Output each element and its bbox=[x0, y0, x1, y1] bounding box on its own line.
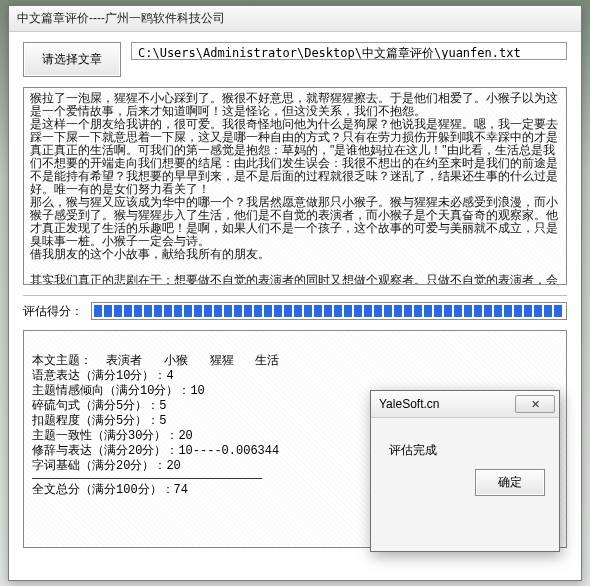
divider bbox=[23, 295, 567, 296]
dialog-close-button[interactable]: ✕ bbox=[515, 395, 555, 413]
progress-segment bbox=[554, 305, 562, 317]
progress-segment bbox=[324, 305, 332, 317]
progress-segment bbox=[284, 305, 292, 317]
progress-segment bbox=[404, 305, 412, 317]
progress-segment bbox=[164, 305, 172, 317]
close-icon: ✕ bbox=[531, 398, 540, 411]
window-title: 中文篇章评价----广州一鸥软件科技公司 bbox=[17, 11, 225, 25]
progress-segment bbox=[374, 305, 382, 317]
progress-segment bbox=[334, 305, 342, 317]
dialog-ok-button[interactable]: 确定 bbox=[475, 469, 545, 496]
progress-segment bbox=[114, 305, 122, 317]
progress-segment bbox=[124, 305, 132, 317]
progress-segment bbox=[394, 305, 402, 317]
progress-segment bbox=[154, 305, 162, 317]
window-titlebar: 中文篇章评价----广州一鸥软件科技公司 bbox=[9, 6, 581, 32]
choose-article-button[interactable]: 请选择文章 bbox=[23, 42, 121, 77]
progress-segment bbox=[384, 305, 392, 317]
progress-segment bbox=[414, 305, 422, 317]
progress-segment bbox=[214, 305, 222, 317]
dialog-title: YaleSoft.cn bbox=[379, 397, 439, 411]
score-label: 评估得分： bbox=[23, 303, 83, 320]
progress-segment bbox=[104, 305, 112, 317]
progress-segment bbox=[184, 305, 192, 317]
progress-segment bbox=[144, 305, 152, 317]
progress-segment bbox=[344, 305, 352, 317]
progress-segment bbox=[474, 305, 482, 317]
progress-segment bbox=[254, 305, 262, 317]
message-dialog: YaleSoft.cn ✕ 评估完成 确定 bbox=[370, 390, 560, 552]
progress-segment bbox=[174, 305, 182, 317]
results-divider bbox=[32, 478, 262, 479]
article-textarea[interactable]: 猴拉了一泡屎，猩猩不小心踩到了。猴很不好意思，就帮猩猩擦去。于是他们相爱了。小猴… bbox=[23, 87, 567, 285]
top-row: 请选择文章 C:\Users\Administrator\Desktop\中文篇… bbox=[23, 42, 567, 77]
progress-segment bbox=[94, 305, 102, 317]
progress-segment bbox=[454, 305, 462, 317]
score-progressbar bbox=[91, 302, 567, 320]
progress-segment bbox=[364, 305, 372, 317]
progress-segment bbox=[234, 305, 242, 317]
dialog-actions: 确定 bbox=[371, 469, 559, 508]
progress-segment bbox=[294, 305, 302, 317]
progress-segment bbox=[274, 305, 282, 317]
progress-segment bbox=[434, 305, 442, 317]
progress-segment bbox=[444, 305, 452, 317]
progress-segment bbox=[264, 305, 272, 317]
progress-segment bbox=[424, 305, 432, 317]
dialog-titlebar: YaleSoft.cn ✕ bbox=[371, 391, 559, 418]
progress-segment bbox=[494, 305, 502, 317]
progress-segment bbox=[354, 305, 362, 317]
progress-segment bbox=[204, 305, 212, 317]
progress-segment bbox=[514, 305, 522, 317]
score-row: 评估得分： bbox=[23, 302, 567, 320]
progress-segment bbox=[534, 305, 542, 317]
progress-segment bbox=[194, 305, 202, 317]
progress-segment bbox=[244, 305, 252, 317]
progress-segment bbox=[304, 305, 312, 317]
progress-segment bbox=[464, 305, 472, 317]
progress-segment bbox=[224, 305, 232, 317]
progress-segment bbox=[524, 305, 532, 317]
progress-segment bbox=[484, 305, 492, 317]
progress-segment bbox=[544, 305, 552, 317]
file-path-field[interactable]: C:\Users\Administrator\Desktop\中文篇章评价\yu… bbox=[131, 42, 567, 60]
progress-segment bbox=[504, 305, 512, 317]
dialog-body: 评估完成 bbox=[371, 418, 559, 469]
progress-segment bbox=[314, 305, 322, 317]
progress-segment bbox=[134, 305, 142, 317]
dialog-message: 评估完成 bbox=[389, 443, 437, 457]
